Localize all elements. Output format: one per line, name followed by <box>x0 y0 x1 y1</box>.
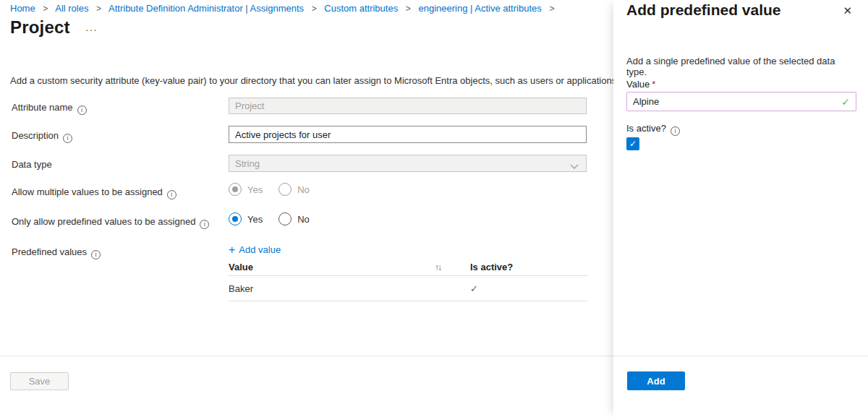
add-value-link-label: Add value <box>239 244 281 255</box>
main-footer: Save <box>0 356 613 417</box>
plus-icon: + <box>229 244 235 256</box>
table-header-row: Value ↑↓ Is active? <box>229 259 587 276</box>
check-icon: ✓ <box>470 283 478 294</box>
description-label-text: Description <box>12 130 59 141</box>
attribute-name-label: Attribute namei <box>12 102 87 115</box>
page-title: Project <box>10 17 70 38</box>
add-predefined-value-panel: Add predefined value ✕ Add a single pred… <box>613 0 868 417</box>
column-header-value[interactable]: Value <box>229 262 435 272</box>
breadcrumb-attribute-definition-administrator[interactable]: Attribute Definition Administrator | Ass… <box>109 3 304 14</box>
only-predefined-label: Only allow predefined values to be assig… <box>12 216 209 229</box>
value-input[interactable]: ✓ <box>626 92 856 111</box>
is-active-label: Is active?i <box>626 123 680 136</box>
allow-multiple-radio-group: Yes No <box>229 183 326 196</box>
breadcrumb-custom-attributes[interactable]: Custom attributes <box>324 3 398 14</box>
only-predefined-radio-group: Yes No <box>229 212 326 225</box>
radio-no-label: No <box>297 184 310 195</box>
intro-text: Add a custom security attribute (key-val… <box>10 75 613 86</box>
info-icon[interactable]: i <box>91 250 101 259</box>
breadcrumb-all-roles[interactable]: All roles <box>55 3 88 14</box>
breadcrumb-active-attributes[interactable]: engineering | Active attributes <box>418 3 541 14</box>
info-icon[interactable]: i <box>77 106 87 115</box>
attribute-name-value: Project <box>235 100 264 111</box>
breadcrumb-separator: > <box>43 4 48 14</box>
radio-no-label: No <box>297 214 310 225</box>
description-input[interactable]: Active projects for user <box>229 126 587 143</box>
predefined-values-table: Value ↑↓ Is active? Baker ↑↓ ✓ <box>229 259 587 301</box>
info-icon[interactable]: i <box>167 190 176 199</box>
breadcrumb-home[interactable]: Home <box>10 3 35 14</box>
data-type-select: String <box>229 155 587 172</box>
description-label: Descriptioni <box>12 130 72 143</box>
predefined-values-label-text: Predefined values <box>12 246 87 257</box>
value-label-text: Value <box>626 79 650 90</box>
breadcrumb-separator: > <box>312 4 317 14</box>
row-value: Baker <box>229 283 435 294</box>
only-predefined-label-text: Only allow predefined values to be assig… <box>12 216 195 227</box>
save-button: Save <box>10 372 69 390</box>
chevron-down-icon <box>570 161 579 172</box>
data-type-label: Data type <box>12 159 52 170</box>
predefined-values-label: Predefined valuesi <box>12 246 101 259</box>
allow-multiple-label-text: Allow multiple values to be assigned <box>12 186 163 197</box>
radio-yes-selected-disabled <box>229 183 242 196</box>
main-content: Home > All roles > Attribute Definition … <box>0 0 613 417</box>
radio-yes-selected[interactable] <box>229 212 242 225</box>
attribute-name-input: Project <box>229 98 587 114</box>
breadcrumb-separator: > <box>549 4 554 14</box>
breadcrumb-separator: > <box>96 4 101 14</box>
add-button[interactable]: Add <box>627 371 685 390</box>
radio-yes-label: Yes <box>247 184 263 195</box>
valid-check-icon: ✓ <box>841 96 850 108</box>
attribute-name-label-text: Attribute name <box>12 102 73 113</box>
breadcrumb: Home > All roles > Attribute Definition … <box>10 3 559 14</box>
custom-security-attribute-page: Home > All roles > Attribute Definition … <box>0 0 868 417</box>
radio-no[interactable] <box>278 212 292 225</box>
radio-no-disabled <box>278 183 292 196</box>
column-header-is-active: Is active? <box>470 262 513 272</box>
sort-icon[interactable]: ↑↓ <box>435 262 470 272</box>
info-icon[interactable]: i <box>671 126 680 136</box>
value-input-field[interactable] <box>633 96 841 107</box>
data-type-label-text: Data type <box>12 159 52 170</box>
value-field-label: Value* <box>626 79 655 90</box>
data-type-value: String <box>235 158 260 169</box>
panel-title: Add predefined value <box>626 1 781 19</box>
panel-footer: Add <box>613 356 868 417</box>
allow-multiple-label: Allow multiple values to be assignedi <box>12 186 176 199</box>
is-active-label-text: Is active? <box>626 123 666 134</box>
page-context-menu-icon[interactable]: ··· <box>85 24 98 35</box>
close-icon[interactable]: ✕ <box>843 4 852 17</box>
is-active-checkbox[interactable]: ✓ <box>626 137 639 150</box>
description-value: Active projects for user <box>235 129 331 140</box>
add-value-link[interactable]: +Add value <box>229 244 281 257</box>
breadcrumb-separator: > <box>406 4 411 14</box>
info-icon[interactable]: i <box>63 134 72 143</box>
info-icon[interactable]: i <box>200 220 209 229</box>
table-row[interactable]: Baker ↑↓ ✓ <box>229 276 587 301</box>
required-marker: * <box>652 79 655 90</box>
panel-description: Add a single predefined value of the sel… <box>626 56 858 77</box>
radio-yes-label: Yes <box>247 214 263 225</box>
